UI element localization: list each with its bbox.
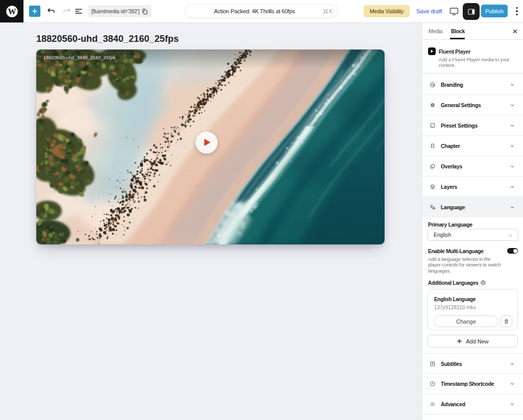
svg-text:W: W	[8, 7, 16, 15]
